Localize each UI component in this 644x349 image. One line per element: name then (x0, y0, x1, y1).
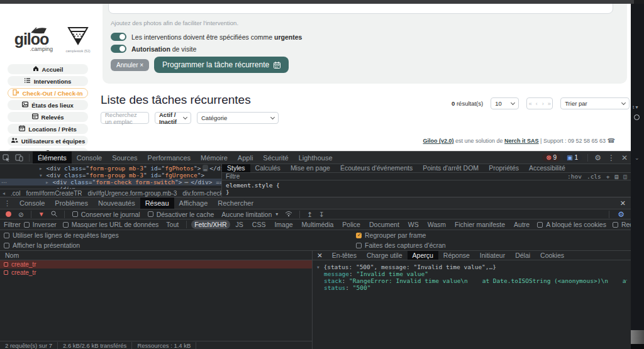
tab-console[interactable]: Console (72, 152, 107, 163)
sidebar-item-check-out-check-in[interactable]: Check-Out / Check-In (8, 88, 88, 98)
sidebar-item-accueil[interactable]: Accueil (8, 64, 88, 74)
json-property-row[interactable]: stack: "RangeError: Invalid time value\n… (316, 277, 627, 284)
error-badge[interactable]: ⊗9 (542, 153, 560, 162)
type-pill-tout[interactable]: Tout (163, 220, 182, 229)
import-har-icon[interactable]: ↥ (307, 211, 313, 218)
styles-tab-styles[interactable]: Styles (222, 164, 250, 172)
disable-cache-checkbox[interactable]: Désactiver le cache (148, 211, 214, 218)
drawer-tab-affichage[interactable]: Affichage (174, 197, 213, 209)
styles-tab-calcul-s[interactable]: Calculés (250, 164, 286, 172)
detail-tab-d-lai[interactable]: Délai (510, 251, 535, 260)
dom-tree-row[interactable]: ▸ <div class="form-group mb-3" id="fgPho… (0, 165, 221, 172)
cancel-button[interactable]: Annuler × (111, 59, 149, 71)
page-size-select[interactable]: 10 (491, 97, 519, 109)
close-devtools-icon[interactable]: ✕ (621, 153, 628, 162)
styles-tab-points-d-arr-t-dom[interactable]: Points d'arrêt DOM (418, 164, 484, 172)
option-checkbox-faites-des-captures-d-cran[interactable]: Faites des captures d'écran (356, 241, 627, 249)
breadcrumb-item[interactable]: form#formCreateTR (26, 190, 82, 197)
drawer-tab-r-seau[interactable]: Réseau (140, 197, 174, 209)
type-pill-js[interactable]: JS (233, 220, 247, 229)
type-pill-multim-dia[interactable]: Multimédia (299, 220, 337, 229)
tree-gutter-ellipsis[interactable]: ⋯ (1, 179, 7, 186)
computed-grid-icon[interactable]: ▤ (615, 173, 619, 180)
type-pill-fichier-manifeste[interactable]: Fichier manifeste (452, 220, 508, 229)
footer-brand-link[interactable]: Giloo (v2.0) (423, 138, 454, 144)
detail-tab-aper-u[interactable]: Aperçu (408, 251, 438, 260)
type-pill-ws[interactable]: WS (405, 220, 422, 229)
record-icon[interactable] (6, 211, 11, 217)
dom-tree-row[interactable]: ▾ <div class="form-group mb-3" id="fgUrg… (0, 172, 221, 179)
request-row[interactable]: create_tr (0, 269, 312, 277)
tab-performances[interactable]: Performances (143, 152, 196, 163)
drawer-tab-nouveaut-s[interactable]: Nouveautés (93, 197, 140, 209)
filter-checkbox-a-bloqu-les-cookies[interactable]: A bloqué les cookies (537, 221, 606, 228)
sidebar-item-interventions[interactable]: Interventions (8, 76, 88, 86)
pagination-button-3[interactable]: » (546, 98, 552, 109)
tab-m-moire[interactable]: Mémoire (196, 152, 233, 163)
json-property-row[interactable]: status: "500" (316, 284, 627, 291)
breadcrumb-scroll-left-icon[interactable]: ◂ (3, 191, 5, 196)
filter-checkbox-requ-tes-bloqu-es[interactable]: Requêtes bloquées (613, 221, 631, 228)
type-pill-police[interactable]: Police (339, 220, 364, 229)
request-row[interactable]: create_tr (0, 260, 312, 269)
tab-lighthouse[interactable]: Lighthouse (294, 152, 338, 163)
network-conditions-icon[interactable] (285, 211, 292, 218)
clear-icon[interactable]: ⊘ (18, 211, 24, 218)
type-pill-css[interactable]: CSS (249, 220, 269, 229)
type-pill-wasm[interactable]: Wasm (425, 220, 449, 229)
device-toolbar-icon[interactable] (15, 154, 23, 162)
category-filter-select[interactable]: Catégorie (197, 112, 279, 124)
network-settings-gear-icon[interactable]: ⚙ (618, 210, 625, 219)
preserve-log-checkbox[interactable]: Conserver le journal (72, 211, 140, 218)
settings-gear-icon[interactable]: ⚙ (594, 153, 601, 162)
visit-toggle[interactable] (111, 45, 126, 53)
request-list-header[interactable]: Nom (0, 251, 312, 260)
type-pill-document[interactable]: Document (366, 220, 402, 229)
throttling-select[interactable]: Aucune limitation▾ (221, 211, 278, 218)
search-icon[interactable] (51, 211, 57, 218)
tab-sources[interactable]: Sources (107, 152, 142, 163)
styles-tab-mise-en-page[interactable]: Mise en page (286, 164, 335, 172)
breadcrumb-item[interactable]: div#fgUrgence.form-group.mb-3 (87, 190, 177, 197)
json-property-row[interactable]: message: "Invalid time value" (316, 270, 627, 277)
breadcrumb-item[interactable]: .col (11, 190, 21, 197)
tab-appli[interactable]: Appli (233, 152, 258, 163)
sidebar-item-utilisateurs-et-quipes[interactable]: Utilisateurs et équipes (8, 136, 88, 146)
export-har-icon[interactable]: ↧ (319, 211, 325, 218)
type-pill-image[interactable]: Image (271, 220, 296, 229)
pagination-button-0[interactable]: « (527, 98, 533, 109)
sidebar-item-relev-s[interactable]: Relevés (8, 112, 88, 122)
element-classes-icon[interactable]: .cls (587, 173, 601, 180)
pagination-button-1[interactable]: ‹ (533, 98, 540, 109)
tab-s-curit-[interactable]: Sécurité (258, 152, 293, 163)
drawer-tab-probl-mes[interactable]: Problèmes (50, 197, 93, 209)
schedule-task-button[interactable]: Programmer la tâche récurrente (154, 57, 289, 73)
urgent-toggle[interactable] (111, 33, 126, 41)
json-root-row[interactable]: ▾ {status: "500", message: "Invalid time… (316, 263, 627, 270)
sidebar-item--tats-des-lieux[interactable]: États des lieux (8, 100, 88, 110)
drawer-tab-console[interactable]: Console (14, 197, 50, 209)
footer-company-link[interactable]: Nerch it SAS (504, 138, 539, 144)
type-pill-autre[interactable]: Autre (511, 220, 533, 229)
tab--l-ments[interactable]: Éléments (33, 152, 72, 163)
detail-tab-initiateur[interactable]: Initiateur (475, 251, 510, 260)
pseudo-state-icon[interactable]: :hov (567, 173, 582, 180)
invert-checkbox[interactable]: Inverser (24, 221, 57, 228)
detail-tab-r-ponse[interactable]: Réponse (438, 251, 475, 260)
message-badge[interactable]: ▣1 (563, 153, 582, 162)
detail-tab-cookies[interactable]: Cookies (535, 251, 569, 260)
styles-tab--couteurs-d-v-nements[interactable]: Écouteurs d'événements (335, 164, 418, 172)
option-checkbox-utiliser-les-lignes-de-requ-tes-larges[interactable]: Utiliser les lignes de requêtes larges (4, 231, 356, 239)
drawer-tab-rechercher[interactable]: Rechercher (213, 197, 258, 209)
breadcrumb-item[interactable]: div.form-check.form-switch (182, 190, 221, 197)
status-filter-select[interactable]: Actif / Inactif (155, 112, 191, 124)
type-pill-fetch-xhr[interactable]: Fetch/XHR (191, 220, 230, 229)
kebab-menu-icon[interactable]: ⋮ (608, 153, 615, 162)
sidebar-item-locations-pr-ts[interactable]: Locations / Prêts (8, 124, 88, 134)
styles-tab-propri-t-s[interactable]: Propriétés (484, 164, 524, 172)
sort-select[interactable]: Trier par (560, 97, 630, 109)
close-detail-icon[interactable]: ✕ (317, 252, 323, 259)
drawer-close-icon[interactable]: ✕ (620, 199, 626, 208)
dom-tree-row[interactable]: ▸ <div class="form-check form-switch">⋯<… (0, 179, 221, 186)
detail-tab-charge-utile[interactable]: Charge utile (362, 251, 408, 260)
